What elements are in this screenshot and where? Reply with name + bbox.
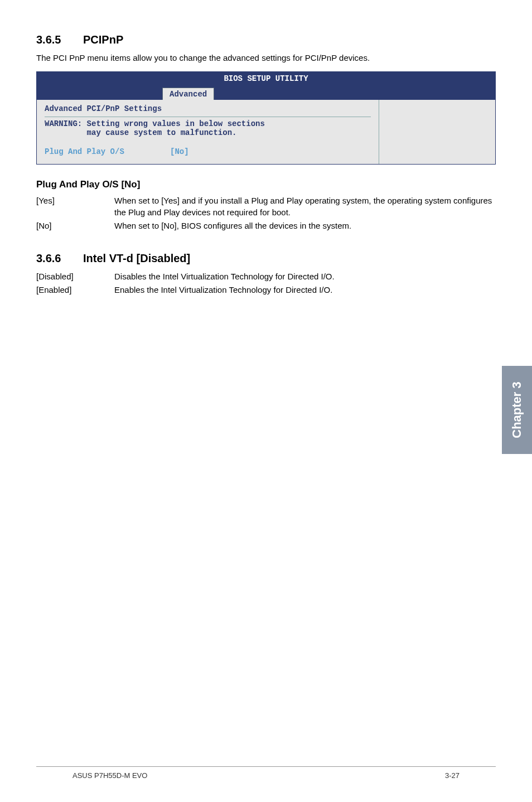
footer-right: 3-27 bbox=[445, 771, 460, 780]
def-row-disabled: [Disabled] Disables the Intel Virtualiza… bbox=[36, 270, 496, 282]
bios-settings-title: Advanced PCI/PnP Settings bbox=[45, 104, 371, 117]
bios-main-area: Advanced PCI/PnP Settings WARNING: Setti… bbox=[37, 100, 379, 164]
def-label-yes: [Yes] bbox=[36, 195, 114, 218]
bios-tab-advanced: Advanced bbox=[162, 88, 214, 100]
bios-warning-text: WARNING: Setting wrong values in below s… bbox=[45, 119, 371, 137]
def-row-enabled: [Enabled] Enables the Intel Virtualizati… bbox=[36, 284, 496, 296]
bios-setup-panel: BIOS SETUP UTILITY Advanced Advanced PCI… bbox=[36, 71, 496, 165]
def-body-disabled: Disables the Intel Virtualization Techno… bbox=[114, 270, 496, 282]
def-body-no: When set to [No], BIOS configures all th… bbox=[114, 220, 496, 231]
bios-tabs-row: Advanced bbox=[37, 85, 495, 100]
def-label-no: [No] bbox=[36, 220, 114, 231]
def-row-yes: [Yes] When set to [Yes] and if you insta… bbox=[36, 195, 496, 218]
def-body-enabled: Enables the Intel Virtualization Technol… bbox=[114, 284, 496, 296]
def-body-yes: When set to [Yes] and if you install a P… bbox=[114, 195, 496, 218]
bios-option-value: [No] bbox=[170, 147, 189, 156]
section-title: PCIPnP bbox=[83, 33, 123, 46]
def-row-no: [No] When set to [No], BIOS configures a… bbox=[36, 220, 496, 231]
section-heading-pcipnp: 3.6.5PCIPnP bbox=[36, 33, 496, 46]
page-footer: ASUS P7H55D-M EVO 3-27 bbox=[36, 766, 496, 780]
bios-option-row: Plug And Play O/S[No] bbox=[45, 147, 371, 156]
bios-option-label: Plug And Play O/S bbox=[45, 147, 170, 156]
bios-title-bar: BIOS SETUP UTILITY bbox=[37, 72, 495, 85]
section-heading-vtd: 3.6.6Intel VT-d [Disabled] bbox=[36, 252, 496, 265]
section-number-vtd: 3.6.6 bbox=[36, 252, 83, 265]
plug-and-play-heading: Plug And Play O/S [No] bbox=[36, 179, 496, 190]
section-number: 3.6.5 bbox=[36, 33, 83, 46]
chapter-side-tab: Chapter 3 bbox=[502, 366, 532, 454]
footer-left: ASUS P7H55D-M EVO bbox=[72, 771, 147, 780]
bios-side-panel bbox=[379, 100, 495, 164]
chapter-tab-text: Chapter 3 bbox=[510, 381, 524, 438]
def-label-enabled: [Enabled] bbox=[36, 284, 114, 296]
def-label-disabled: [Disabled] bbox=[36, 270, 114, 282]
pcipnp-intro: The PCI PnP menu items allow you to chan… bbox=[36, 52, 496, 64]
section-title-vtd: Intel VT-d [Disabled] bbox=[83, 252, 190, 264]
